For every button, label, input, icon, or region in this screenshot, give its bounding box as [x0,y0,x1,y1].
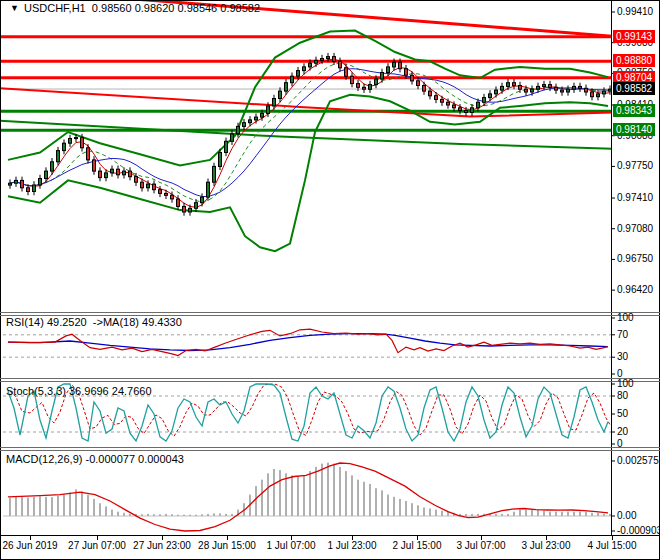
stoch-axis-label: 100 [617,378,634,389]
symbol-dropdown-icon[interactable]: ▼ [10,3,19,13]
price-axis: 0.994100.990800.987500.984100.980800.977… [613,0,660,536]
time-axis-label: 2 Jul 15:00 [393,540,442,551]
time-axis-label: 1 Jul 23:00 [328,540,377,551]
price-axis-label: 0.99410 [617,6,653,17]
price-badge: 0.98582 [613,82,655,95]
price-axis-label: 0.96420 [617,284,653,295]
macd-axis-label: -0.000903 [617,525,660,536]
rsi-axis-label: 100 [617,312,634,323]
green-trendline[interactable] [0,121,612,149]
time-axis-label: 28 Jun 15:00 [198,540,256,551]
panel-frames [0,0,660,560]
price-badge: 0.99143 [613,30,655,43]
price-badge: 0.98140 [613,123,655,136]
macd-axis-label: 0.002575 [617,455,659,466]
chart-title: USDCHF,H1 0.98560 0.98620 0.98546 0.9858… [24,2,260,14]
price-badge: 0.98343 [613,104,655,117]
price-axis-label: 0.97410 [617,192,653,203]
indicator-level-lines [3,335,611,516]
rsi-axis-label: 70 [617,329,628,340]
macd-signal-line [8,463,608,531]
rsi-ma-line [8,334,608,351]
time-axis-label: 27 Jun 07:00 [68,540,126,551]
time-axis-label: 27 Jun 23:00 [133,540,191,551]
chart-window: ▼ USDCHF,H1 0.98560 0.98620 0.98546 0.98… [0,0,660,560]
time-axis-label: 1 Jul 07:00 [267,540,316,551]
chart-canvas[interactable] [0,0,660,560]
rsi-line [8,329,608,355]
macd-indicator-label: MACD(12,26,9) -0.000077 0.000043 [6,453,184,465]
stoch-axis-label: 80 [617,390,628,401]
price-axis-label: 0.97080 [617,223,653,234]
price-axis-label: 0.96750 [617,253,653,264]
rsi-indicator-label: RSI(14) 49.2520 ->MA(18) 49.4330 [6,316,182,328]
stoch-axis-label: 20 [617,426,628,437]
macd-histogram [9,463,611,516]
time-axis-label: 3 Jul 07:00 [457,540,506,551]
rsi-axis-label: 30 [617,351,628,362]
stoch-axis-label: 0 [617,438,623,449]
price-badge: 0.98880 [613,54,655,67]
stoch-indicator-label: Stoch(5,3,3) 36.9696 24.7660 [6,385,152,397]
stoch-axis-label: 50 [617,408,628,419]
time-axis-label: 26 Jun 2019 [2,540,57,551]
time-axis-label: 3 Jul 23:00 [522,540,571,551]
macd-axis-label: 0.00 [617,510,636,521]
time-axis-label: 4 Jul 15:00 [588,540,637,551]
price-axis-label: 0.97750 [617,160,653,171]
time-axis: 26 Jun 201927 Jun 07:0027 Jun 23:0028 Ju… [0,536,660,560]
